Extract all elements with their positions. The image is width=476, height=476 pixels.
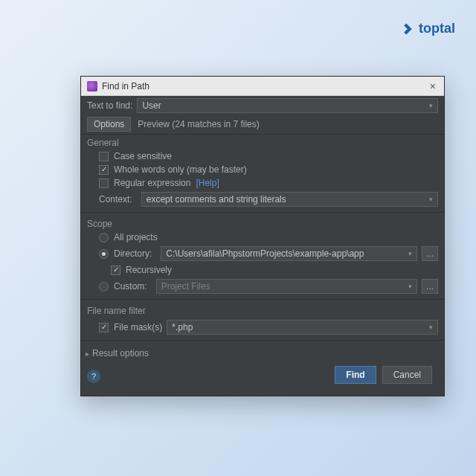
text-to-find-input[interactable]: User ▾	[137, 98, 438, 113]
tab-options[interactable]: Options	[87, 117, 131, 132]
chevron-down-icon: ▾	[429, 196, 433, 203]
checkbox-icon	[111, 266, 120, 275]
chevron-right-icon: ▸	[86, 350, 89, 358]
checkbox-icon	[99, 165, 109, 175]
checkbox-whole-words[interactable]: Whole words only (may be faster)	[81, 163, 444, 176]
checkbox-icon	[99, 323, 109, 332]
text-to-find-label: Text to find:	[87, 100, 132, 111]
custom-scope-select[interactable]: Project Files ▾	[156, 279, 417, 294]
context-value: except comments and string literals	[147, 194, 286, 205]
directory-input[interactable]: C:\Users\afila\PhpstormProjects\example-…	[161, 246, 417, 261]
find-in-path-dialog: Find in Path × Text to find: User ▾ Opti…	[80, 76, 445, 396]
dialog-title: Find in Path	[102, 81, 428, 91]
result-options-section[interactable]: ▸ Result options	[81, 344, 444, 360]
directory-label: Directory:	[114, 248, 152, 259]
edit-custom-scope-button[interactable]: …	[422, 279, 438, 294]
custom-label: Custom:	[114, 281, 147, 292]
context-label: Context:	[99, 194, 132, 205]
radio-directory[interactable]: Directory:	[99, 248, 156, 259]
text-to-find-value: User	[142, 100, 161, 111]
custom-value: Project Files	[161, 281, 210, 292]
section-general: General	[81, 135, 444, 149]
checkbox-case-sensitive[interactable]: Case sensitive	[81, 149, 444, 163]
find-button[interactable]: Find	[335, 366, 376, 384]
radio-custom[interactable]: Custom:	[99, 281, 152, 292]
radio-icon	[99, 282, 109, 292]
chevron-down-icon: ▾	[408, 250, 412, 257]
file-mask-input[interactable]: *.php ▾	[167, 320, 438, 335]
checkbox-recursively[interactable]: Recursively	[81, 263, 444, 277]
checkbox-regex[interactable]: Regular expression [Help]	[81, 176, 444, 190]
radio-icon	[99, 249, 109, 259]
regex-help-link[interactable]: [Help]	[196, 178, 219, 188]
checkbox-icon	[99, 152, 109, 161]
phpstorm-icon	[87, 81, 97, 91]
file-mask-value: *.php	[172, 322, 193, 332]
radio-all-projects[interactable]: All projects	[81, 231, 444, 244]
close-icon[interactable]: ×	[428, 80, 438, 92]
chevron-down-icon: ▾	[429, 102, 433, 109]
checkbox-icon	[99, 178, 109, 188]
browse-directory-button[interactable]: …	[422, 246, 438, 261]
brand-logo: toptal	[402, 21, 455, 36]
checkbox-file-mask[interactable]: File mask(s)	[99, 322, 162, 332]
cancel-button[interactable]: Cancel	[382, 366, 432, 384]
directory-value: C:\Users\afila\PhpstormProjects\example-…	[166, 248, 364, 259]
dialog-titlebar: Find in Path ×	[81, 77, 444, 96]
radio-icon	[99, 233, 109, 242]
chevron-down-icon: ▾	[408, 283, 412, 290]
context-select[interactable]: except comments and string literals ▾	[141, 192, 438, 207]
chevron-down-icon: ▾	[429, 324, 433, 331]
brand-name: toptal	[419, 21, 455, 36]
tab-preview[interactable]: Preview (24 matches in 7 files)	[131, 117, 266, 132]
toptal-icon	[402, 22, 416, 36]
section-file-filter: File name filter	[81, 303, 444, 318]
section-scope: Scope	[81, 216, 444, 231]
help-button[interactable]: ?	[87, 370, 100, 383]
